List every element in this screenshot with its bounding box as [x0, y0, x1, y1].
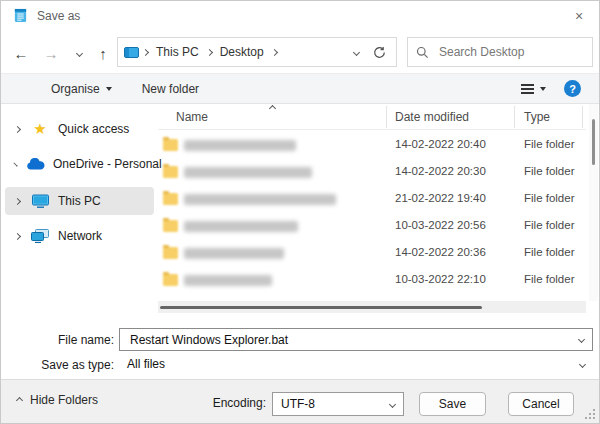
- breadcrumb-desktop[interactable]: Desktop: [216, 45, 268, 59]
- date-modified-cell: 10-03-2022 20:56: [395, 219, 486, 231]
- sort-ascending-icon: [269, 105, 276, 112]
- table-row[interactable]: 14-02-2022 20:30File folder: [158, 159, 586, 186]
- up-button[interactable]: ↑: [91, 41, 115, 65]
- file-name-combobox[interactable]: [119, 328, 593, 351]
- views-button[interactable]: [521, 84, 546, 94]
- redacted-file-name: [184, 140, 296, 151]
- cancel-button[interactable]: Cancel: [508, 392, 574, 416]
- save-button[interactable]: Save: [419, 392, 486, 416]
- vertical-scrollbar[interactable]: [589, 104, 598, 301]
- chevron-down-icon: [75, 49, 82, 56]
- expander-chevron-icon[interactable]: [14, 232, 21, 239]
- redacted-file-name: [184, 248, 284, 259]
- table-row[interactable]: 14-02-2022 20:36File folder: [158, 240, 586, 267]
- column-header-date-modified[interactable]: Date modified: [395, 110, 469, 124]
- refresh-icon[interactable]: [373, 46, 386, 59]
- save-as-dialog: Save as × ← → ↑ This PC Desktop: [0, 0, 600, 424]
- back-button[interactable]: ←: [9, 41, 33, 65]
- sidebar-item-onedrive-personal[interactable]: OneDrive - Personal: [5, 150, 154, 178]
- search-icon: [416, 46, 429, 59]
- horizontal-scrollbar[interactable]: [158, 301, 586, 313]
- folder-icon: [163, 247, 178, 259]
- sidebar-item-this-pc[interactable]: This PC: [5, 187, 154, 215]
- vertical-scrollbar-thumb[interactable]: [592, 119, 595, 165]
- search-box[interactable]: [407, 37, 593, 67]
- new-folder-label: New folder: [142, 82, 199, 96]
- new-folder-button[interactable]: New folder: [142, 82, 199, 96]
- column-divider[interactable]: [514, 106, 515, 128]
- forward-button[interactable]: →: [39, 41, 63, 65]
- folder-icon: [163, 166, 178, 178]
- table-row[interactable]: 10-03-2022 20:56File folder: [158, 213, 586, 240]
- folder-icon: [163, 274, 178, 286]
- file-name-input[interactable]: [128, 332, 579, 348]
- date-modified-cell: 14-02-2022 20:40: [395, 138, 486, 150]
- date-modified-cell: 14-02-2022 20:30: [395, 165, 486, 177]
- address-bar[interactable]: This PC Desktop: [117, 37, 397, 67]
- resize-grip[interactable]: [584, 408, 596, 420]
- network-icon: [31, 229, 49, 243]
- help-button[interactable]: ?: [564, 80, 581, 97]
- main-area: ★Quick accessOneDrive - PersonalThis PCN…: [1, 104, 599, 314]
- breadcrumb-chevron-icon: [206, 48, 213, 55]
- encoding-combobox[interactable]: UTF-8: [272, 392, 404, 416]
- chevron-down-icon[interactable]: [578, 336, 585, 343]
- recent-locations-button[interactable]: [67, 41, 91, 65]
- breadcrumb-chevron-icon: [271, 48, 278, 55]
- column-header-type[interactable]: Type: [524, 110, 550, 124]
- chevron-down-icon[interactable]: [579, 360, 586, 367]
- column-divider[interactable]: [582, 106, 583, 128]
- file-list: Name Date modified Type 14-02-2022 20:40…: [158, 104, 600, 314]
- hide-folders-label: Hide Folders: [30, 393, 98, 407]
- redacted-file-name: [184, 221, 298, 232]
- file-rows: 14-02-2022 20:40File folder14-02-2022 20…: [158, 132, 586, 294]
- organise-label: Organise: [51, 82, 100, 96]
- command-toolbar: Organise New folder ?: [1, 73, 599, 104]
- save-as-type-combobox[interactable]: All files: [119, 353, 593, 375]
- navigation-bar: ← → ↑ This PC Desktop: [1, 33, 599, 71]
- sidebar-item-label: OneDrive - Personal: [53, 157, 162, 171]
- horizontal-scrollbar-thumb[interactable]: [160, 306, 482, 309]
- navigation-pane: ★Quick accessOneDrive - PersonalThis PCN…: [1, 104, 158, 314]
- save-as-type-label: Save as type:: [1, 358, 114, 372]
- chevron-down-icon[interactable]: [389, 400, 396, 407]
- list-view-icon: [521, 84, 534, 94]
- dropdown-arrow-icon: [106, 87, 112, 91]
- type-cell: File folder: [524, 246, 575, 258]
- table-row[interactable]: 10-03-2022 22:10File folder: [158, 267, 586, 294]
- address-dropdown-icon[interactable]: [353, 48, 360, 55]
- expander-chevron-icon[interactable]: [14, 197, 21, 204]
- redacted-file-name: [184, 275, 272, 286]
- sidebar-item-quick-access[interactable]: ★Quick access: [5, 115, 154, 143]
- redacted-file-name: [184, 194, 336, 205]
- dropdown-arrow-icon: [540, 87, 546, 91]
- date-modified-cell: 10-03-2022 22:10: [395, 273, 486, 285]
- type-cell: File folder: [524, 273, 575, 285]
- organise-button[interactable]: Organise: [51, 82, 112, 96]
- expander-chevron-icon[interactable]: [13, 162, 17, 166]
- breadcrumb-this-pc[interactable]: This PC: [152, 45, 203, 59]
- monitor-icon: [32, 194, 49, 208]
- column-divider[interactable]: [386, 106, 387, 128]
- sidebar-item-label: Quick access: [58, 122, 129, 136]
- hide-folders-button[interactable]: Hide Folders: [17, 393, 98, 407]
- encoding-label: Encoding:: [206, 396, 266, 410]
- table-row[interactable]: 14-02-2022 20:40File folder: [158, 132, 586, 159]
- type-cell: File folder: [524, 138, 575, 150]
- title-bar: Save as ×: [1, 1, 599, 31]
- list-header: Name Date modified Type: [158, 104, 586, 130]
- search-input[interactable]: [437, 44, 584, 60]
- sidebar-item-label: This PC: [58, 194, 101, 208]
- table-row[interactable]: 21-02-2022 19:40File folder: [158, 186, 586, 213]
- column-header-name[interactable]: Name: [176, 110, 208, 124]
- star-icon: ★: [33, 123, 46, 135]
- folder-icon: [163, 220, 178, 232]
- type-cell: File folder: [524, 192, 575, 204]
- expander-chevron-icon[interactable]: [14, 125, 21, 132]
- redacted-file-name: [184, 167, 312, 178]
- close-button[interactable]: ×: [565, 4, 593, 28]
- sidebar-item-network[interactable]: Network: [5, 222, 154, 250]
- encoding-value: UTF-8: [281, 397, 390, 411]
- date-modified-cell: 14-02-2022 20:36: [395, 246, 486, 258]
- type-cell: File folder: [524, 219, 575, 231]
